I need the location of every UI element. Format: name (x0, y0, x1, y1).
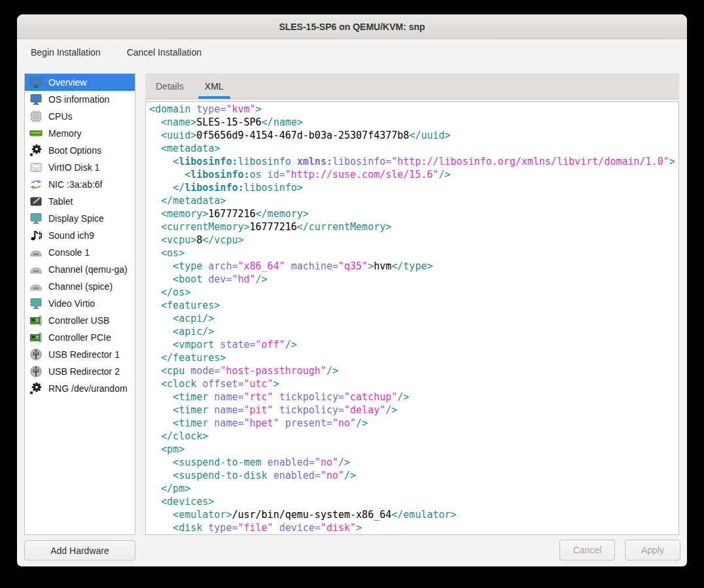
xml-editor[interactable]: <domain type="kvm"> <name>SLES-15-SP6</n… (145, 101, 679, 535)
sidebar-item-channel-qemu-ga[interactable]: Channel (qemu-ga) (25, 261, 135, 278)
network-icon (29, 178, 43, 191)
serial-port-icon (29, 280, 43, 293)
sidebar-item-label: VirtIO Disk 1 (48, 162, 99, 173)
sidebar-item-os-information[interactable]: OS information (25, 91, 135, 108)
xml-line: <metadata> (149, 142, 678, 155)
gear-icon (29, 382, 43, 395)
xml-line: <cpu mode="host-passthrough"/> (149, 364, 678, 377)
xml-line: <os> (149, 247, 678, 260)
cancel-button[interactable]: Cancel (559, 540, 615, 561)
sidebar-item-display-spice[interactable]: Display Spice (25, 210, 135, 227)
monitor-blue-icon (29, 93, 43, 106)
sidebar-item-label: RNG /dev/urandom (48, 383, 128, 394)
xml-line: </os> (149, 286, 678, 299)
sidebar-item-label: NIC :3a:ab:6f (48, 179, 103, 190)
sidebar-item-usb-redirector-2[interactable]: USB Redirector 2 (25, 363, 135, 380)
xml-line: <vmport state="off"/> (149, 338, 678, 351)
sidebar-item-nic-3a-ab-6f[interactable]: NIC :3a:ab:6f (25, 176, 135, 193)
xml-line: <uuid>0f5656d9-4154-467d-b03a-25307f4377… (149, 129, 678, 142)
xml-line: </metadata> (149, 194, 678, 207)
sidebar-item-channel-spice[interactable]: Channel (spice) (25, 278, 135, 295)
xml-line: <boot dev="hd"/> (149, 273, 678, 286)
cancel-installation-button[interactable]: Cancel Installation (126, 44, 203, 60)
sidebar-item-overview[interactable]: Overview (25, 74, 135, 91)
sidebar-item-virtio-disk-1[interactable]: VirtIO Disk 1 (25, 159, 135, 176)
sidebar-item-sound-ich9[interactable]: Sound ich9 (25, 227, 135, 244)
xml-line: <currentMemory>16777216</currentMemory> (149, 220, 678, 233)
xml-line: <disk type="file" device="disk"> (149, 521, 678, 534)
xml-line: <libosinfo:os id="http://suse.com/sle/15… (149, 168, 678, 181)
sidebar-item-label: Memory (48, 128, 82, 139)
sidebar-item-rng-dev-urandom[interactable]: RNG /dev/urandom (25, 380, 135, 397)
sidebar-item-label: CPUs (48, 111, 73, 122)
sidebar-item-label: Sound ich9 (48, 230, 94, 241)
gear-icon (29, 144, 43, 157)
xml-line: <apic/> (149, 325, 678, 338)
add-hardware-button[interactable]: Add Hardware (24, 540, 135, 561)
xml-line: <name>SLES-15-SP6</name> (149, 116, 678, 129)
xml-line: <clock offset="utc"> (149, 377, 678, 390)
monitor-teal-icon (29, 297, 43, 310)
sidebar-item-label: Boot Options (48, 145, 101, 156)
xml-line: </clock> (149, 430, 678, 443)
xml-line: <timer name="rtc" tickpolicy="catchup"/> (149, 390, 678, 404)
tab-xml[interactable]: XML (194, 73, 234, 99)
sidebar-item-label: USB Redirector 1 (48, 349, 120, 360)
sidebar-item-label: Controller PCIe (48, 332, 111, 343)
xml-line: <timer name="pit" tickpolicy="delay"/> (149, 404, 678, 417)
sound-icon (29, 229, 43, 242)
xml-line: <vcpu>8</vcpu> (149, 233, 678, 247)
vm-details-window: SLES-15-SP6 on QEMU/KVM: snp Begin Insta… (17, 14, 687, 566)
xml-line: <libosinfo:libosinfo xmlns:libosinfo="ht… (149, 155, 678, 168)
sidebar-item-label: Overview (48, 77, 86, 88)
sidebar-item-cpus[interactable]: CPUs (25, 108, 135, 125)
titlebar[interactable]: SLES-15-SP6 on QEMU/KVM: snp (17, 14, 687, 39)
sidebar-item-controller-pcie[interactable]: Controller PCIe (25, 329, 135, 346)
xml-line: <domain type="kvm"> (149, 103, 678, 116)
tablet-icon (29, 195, 43, 208)
sidebar-item-label: Controller USB (48, 315, 109, 326)
xml-line: </libosinfo:libosinfo> (149, 181, 678, 194)
monitor-teal-icon (29, 212, 43, 225)
xml-line: <suspend-to-mem enabled="no"/> (149, 456, 678, 469)
cpu-chip-icon (29, 110, 43, 123)
xml-line: <features> (149, 299, 678, 312)
sidebar-item-label: OS information (48, 94, 109, 105)
xml-line: <emulator>/usr/bin/qemu-system-x86_64</e… (149, 508, 678, 521)
sidebar-item-label: Video Virtio (48, 298, 95, 309)
monitor-blue-icon (29, 76, 43, 89)
sidebar-item-video-virtio[interactable]: Video Virtio (25, 295, 135, 312)
sidebar-item-label: Channel (qemu-ga) (48, 264, 128, 275)
desktop: { "window": { "title": "SLES-15-SP6 on Q… (0, 0, 704, 588)
xml-line: </pm> (149, 482, 678, 495)
xml-line: </features> (149, 351, 678, 364)
serial-port-icon (29, 246, 43, 259)
window-title: SLES-15-SP6 on QEMU/KVM: snp (279, 22, 425, 32)
sidebar-item-console-1[interactable]: Console 1 (25, 244, 135, 261)
xml-line: <suspend-to-disk enabled="no"/> (149, 469, 678, 482)
sidebar-item-label: Display Spice (48, 213, 104, 224)
sidebar-item-label: Tablet (48, 196, 73, 207)
xml-line: <type arch="x86_64" machine="q35">hvm</t… (149, 260, 678, 273)
tab-details[interactable]: Details (145, 73, 194, 99)
xml-line: <pm> (149, 443, 678, 456)
apply-button[interactable]: Apply (625, 540, 680, 561)
sidebar-item-controller-usb[interactable]: Controller USB (25, 312, 135, 329)
sidebar-item-label: Console 1 (48, 247, 90, 258)
controller-card-icon (29, 314, 43, 327)
sidebar-item-label: Channel (spice) (48, 281, 113, 292)
sidebar-item-usb-redirector-1[interactable]: USB Redirector 1 (25, 346, 135, 363)
xml-line: <timer name="hpet" present="no"/> (149, 417, 678, 430)
xml-line: <memory>16777216</memory> (149, 207, 678, 220)
usb-icon (29, 348, 43, 361)
sidebar-item-label: USB Redirector 2 (48, 366, 120, 377)
sidebar-item-memory[interactable]: Memory (25, 125, 135, 142)
begin-installation-button[interactable]: Begin Installation (29, 44, 102, 60)
disk-icon (29, 161, 43, 174)
sidebar-item-tablet[interactable]: Tablet (25, 193, 135, 210)
footer-buttons: Cancel Apply (559, 540, 680, 561)
sidebar-item-boot-options[interactable]: Boot Options (25, 142, 135, 159)
xml-code: <domain type="kvm"> <name>SLES-15-SP6</n… (146, 102, 678, 534)
hardware-list: OverviewOS informationCPUsMemoryBoot Opt… (24, 73, 135, 535)
usb-icon (29, 365, 43, 378)
